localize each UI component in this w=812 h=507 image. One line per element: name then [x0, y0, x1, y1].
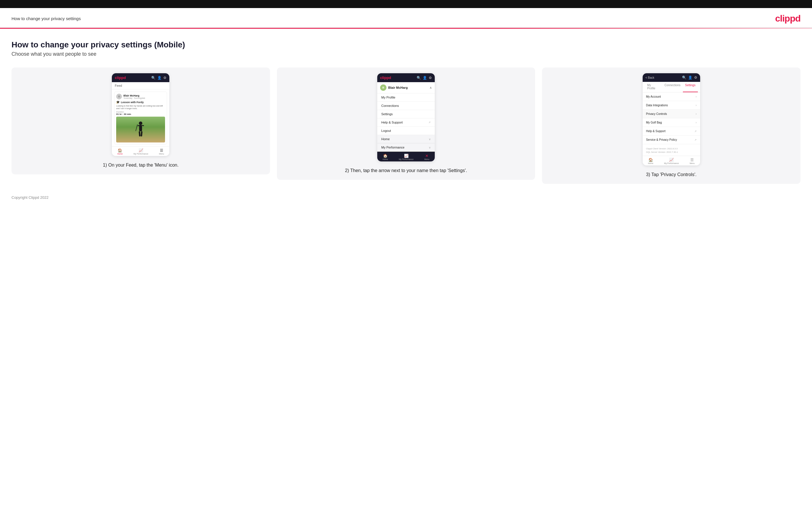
p3-tabs: My Profile Connections Settings	[643, 82, 700, 93]
p2-section-performance[interactable]: My Performance ∨	[377, 143, 435, 152]
p3-privacy-controls[interactable]: Privacy Controls ›	[643, 110, 700, 118]
step-2-caption: 2) Then, tap the arrow next to your name…	[345, 167, 467, 174]
svg-rect-1	[139, 125, 142, 131]
p3-data-integrations[interactable]: Data Integrations ›	[643, 101, 700, 110]
svg-line-6	[136, 124, 138, 131]
steps-container: clippd 🔍 👤 ⚙ Feed B	[11, 67, 801, 184]
p1-perf-label: My Performance	[134, 153, 148, 155]
p3-nav-performance[interactable]: 📈 My Performance	[664, 158, 679, 164]
phone-mockup-2: clippd 🔍 👤 ⚙ B Blair McHarg ∧	[377, 73, 435, 161]
user-icon[interactable]: 👤	[157, 76, 162, 80]
step-2-card: clippd 🔍 👤 ⚙ B Blair McHarg ∧	[277, 67, 536, 180]
svg-rect-3	[142, 125, 144, 126]
p2-dropdown-chevron[interactable]: ∧	[429, 86, 432, 90]
p2-user-icon[interactable]: 👤	[423, 76, 427, 80]
p1-topbar: clippd 🔍 👤 ⚙	[112, 73, 169, 82]
p2-ext-icon: ↗	[428, 121, 431, 124]
p3-user-icon[interactable]: 👤	[688, 75, 693, 79]
breadcrumb: How to change your privacy settings	[11, 16, 81, 21]
top-bar	[0, 0, 812, 8]
p3-menu-label: Menu	[690, 162, 695, 164]
p3-my-account[interactable]: My Account ›	[643, 93, 700, 101]
p1-golf-image	[116, 117, 165, 143]
p2-search-icon[interactable]: 🔍	[417, 76, 421, 80]
step-3-caption: 3) Tap 'Privacy Controls'.	[646, 171, 697, 178]
p2-settings-icon[interactable]: ⚙	[429, 76, 432, 80]
page-title: How to change your privacy settings (Mob…	[11, 40, 801, 49]
p3-back-button[interactable]: < Back	[646, 76, 654, 79]
p1-lesson-title: Lesson with Fordy	[121, 101, 144, 104]
p1-desc: Looking to feel like my hands are exitin…	[116, 105, 165, 110]
page-subtitle: Choose what you want people to see	[11, 51, 801, 57]
step-1-card: clippd 🔍 👤 ⚙ Feed B	[11, 67, 270, 174]
main-content: How to change your privacy settings (Mob…	[0, 29, 812, 189]
p2-user-avatar: B	[380, 84, 387, 91]
tab-connections[interactable]: Connections	[662, 82, 683, 92]
settings-icon[interactable]: ⚙	[163, 76, 166, 80]
p3-nav-menu[interactable]: ☰ Menu	[690, 158, 695, 164]
lesson-icon: 🎓	[116, 101, 119, 104]
p2-dropdown-header: B Blair McHarg ∧	[377, 82, 435, 93]
p3-service-privacy[interactable]: Service & Privacy Policy ↗	[643, 135, 700, 144]
search-icon[interactable]: 🔍	[151, 76, 156, 80]
p1-feed-post: B Blair McHarg Yesterday · Sunningdale 🎓…	[114, 92, 167, 145]
p2-logo: clippd	[380, 75, 391, 80]
p3-service-label: Service & Privacy Policy	[646, 138, 677, 141]
p3-my-account-label: My Account	[646, 95, 661, 98]
phone-mockup-1: clippd 🔍 👤 ⚙ Feed B	[112, 73, 169, 156]
p2-section-home[interactable]: Home ∨	[377, 135, 435, 143]
p2-topbar: clippd 🔍 👤 ⚙	[377, 73, 435, 82]
p2-user-info: B Blair McHarg	[380, 84, 408, 91]
p3-home-icon: 🏠	[648, 158, 653, 162]
p2-nav-performance[interactable]: 📈 My Performance	[399, 154, 413, 160]
p3-topbar: < Back 🔍 👤 ⚙	[643, 73, 700, 82]
p3-help-support[interactable]: Help & Support ↗	[643, 127, 700, 135]
p2-icons: 🔍 👤 ⚙	[417, 76, 432, 80]
p2-my-profile-label: My Profile	[381, 96, 395, 99]
p1-duration-label: Duration	[116, 111, 165, 113]
p1-icons: 🔍 👤 ⚙	[151, 76, 166, 80]
p3-settings-icon[interactable]: ⚙	[694, 75, 697, 79]
p2-menu-logout[interactable]: Logout	[377, 127, 435, 135]
tab-settings[interactable]: Settings	[683, 82, 698, 92]
p2-home-icon: 🏠	[383, 154, 388, 158]
p3-home-label: Home	[648, 162, 653, 164]
copyright: Copyright Clippd 2022	[11, 195, 49, 200]
p2-nav-close[interactable]: ✕ Menu	[424, 154, 429, 160]
p2-menu-my-profile[interactable]: My Profile	[377, 93, 435, 102]
p3-client-version: Clippd Client Version: 2022.8.3-3	[646, 147, 697, 151]
tab-my-profile[interactable]: My Profile	[645, 82, 662, 92]
p3-integrations-chevron: ›	[696, 104, 697, 107]
p1-nav-home[interactable]: 🏠 Home	[117, 148, 123, 155]
p2-menu-help[interactable]: Help & Support ↗	[377, 118, 435, 127]
p2-nav-home[interactable]: 🏠 Home	[383, 154, 388, 160]
p1-home-label: Home	[117, 153, 123, 155]
p2-menu-connections[interactable]: Connections	[377, 102, 435, 110]
p3-nav-home[interactable]: 🏠 Home	[648, 158, 653, 164]
p3-server-version: GQL Server Version: 2022.7.30-1	[646, 151, 697, 154]
p1-feed-content: B Blair McHarg Yesterday · Sunningdale 🎓…	[112, 89, 169, 145]
p2-menu-label-nav: Menu	[424, 158, 429, 160]
p3-version-info: Clippd Client Version: 2022.8.3-3 GQL Se…	[643, 144, 700, 156]
p2-settings-label: Settings	[381, 112, 393, 116]
p3-bottom-nav: 🏠 Home 📈 My Performance ☰ Menu	[643, 156, 700, 165]
step-1-caption: 1) On your Feed, tap the 'Menu' icon.	[103, 162, 179, 169]
p1-nav-performance[interactable]: 📈 My Performance	[134, 148, 148, 155]
p3-data-integrations-label: Data Integrations	[646, 104, 668, 107]
p3-privacy-label: Privacy Controls	[646, 112, 667, 115]
p3-icons: 🔍 👤 ⚙	[682, 75, 697, 79]
p2-home-chevron: ∨	[429, 137, 431, 141]
p3-my-golf-bag[interactable]: My Golf Bag ›	[643, 118, 700, 127]
site-footer: Copyright Clippd 2022	[0, 189, 812, 208]
p3-service-ext-icon: ↗	[695, 138, 697, 141]
p1-userdate: Yesterday · Sunningdale	[123, 97, 145, 99]
p1-nav-menu[interactable]: ☰ Menu	[159, 148, 164, 155]
p3-perf-label: My Performance	[664, 162, 679, 164]
performance-icon: 📈	[139, 148, 143, 153]
p3-account-chevron: ›	[696, 95, 697, 98]
golfer-svg	[135, 121, 146, 143]
svg-rect-4	[139, 131, 141, 136]
p2-menu-settings[interactable]: Settings	[377, 110, 435, 118]
svg-point-0	[139, 121, 142, 125]
p3-search-icon[interactable]: 🔍	[682, 75, 687, 79]
